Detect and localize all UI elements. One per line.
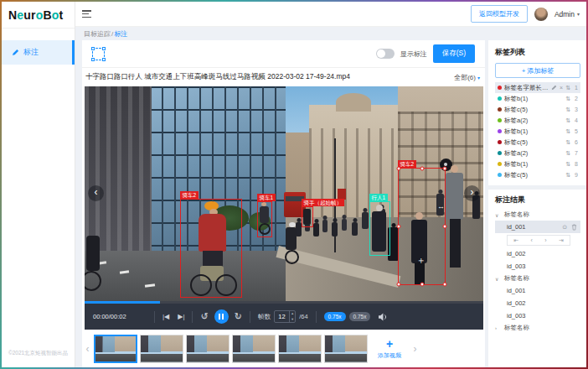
label-row[interactable]: 标签a(2) ⇅ 4 bbox=[495, 115, 580, 126]
logo-part: N bbox=[8, 8, 17, 22]
resize-handle[interactable] bbox=[420, 167, 424, 171]
prev-video-arrow[interactable]: ‹ bbox=[88, 185, 104, 201]
video-thumbnail-4[interactable] bbox=[232, 335, 276, 363]
bbox-cyclist-2[interactable]: 骑车2 bbox=[180, 199, 242, 298]
logo-part: o bbox=[36, 8, 44, 22]
bbox-label: 骑车1 bbox=[257, 194, 276, 201]
prev-page-icon[interactable]: ‹ bbox=[530, 237, 532, 243]
resize-handle[interactable] bbox=[443, 283, 447, 287]
chevron-collapsed-icon[interactable]: › bbox=[495, 325, 501, 330]
sort-icon[interactable]: ⇅ bbox=[565, 150, 570, 156]
frame-input[interactable] bbox=[275, 313, 289, 320]
back-to-model-dev-button[interactable]: 返回模型开发 bbox=[471, 5, 528, 23]
label-color-dot bbox=[498, 96, 502, 101]
video-progress-bar[interactable] bbox=[85, 301, 483, 304]
breadcrumb-parent[interactable]: 目标追踪 bbox=[84, 29, 111, 39]
sidebar-item-annotate[interactable]: 标注 bbox=[2, 40, 75, 65]
sort-icon[interactable]: ⇅ bbox=[565, 128, 570, 134]
result-item[interactable]: id_003 bbox=[495, 260, 580, 273]
sidebar: NeuroBot 标注 ©2021北京矩视智能出品 bbox=[2, 2, 75, 367]
label-row[interactable]: 标签c(5) ⇅ 3 bbox=[495, 104, 580, 115]
sort-icon[interactable]: ⇅ bbox=[565, 172, 570, 178]
bbox-rider-startframe[interactable]: 骑手（起始帧） bbox=[302, 206, 313, 227]
add-video-button[interactable]: + 添加视频 bbox=[370, 332, 409, 366]
resize-handle[interactable] bbox=[397, 225, 401, 229]
label-color-dot bbox=[498, 173, 502, 177]
label-row[interactable]: 标签名字最长数... × ⇅ 1 bbox=[495, 82, 580, 93]
pedestrian-legs bbox=[450, 219, 461, 268]
label-row[interactable]: 标签b(1) ⇅ 5 bbox=[495, 126, 580, 137]
sort-icon[interactable]: ⇅ bbox=[565, 161, 570, 167]
thumbs-scroll-left-icon[interactable]: ‹ bbox=[84, 343, 91, 355]
chevron-expand-icon[interactable]: ∨ bbox=[495, 212, 501, 218]
spinner-down-icon[interactable]: ▾ bbox=[290, 317, 295, 323]
rewind-10-button[interactable]: ↺10 bbox=[200, 311, 208, 322]
volume-icon[interactable] bbox=[378, 313, 388, 321]
draw-bbox-tool-icon[interactable] bbox=[92, 48, 105, 60]
chevron-expand-icon[interactable]: ∨ bbox=[495, 276, 501, 282]
bbox-cyclist-1[interactable]: 骑车1 bbox=[257, 201, 272, 237]
resize-handle[interactable] bbox=[443, 225, 447, 229]
label-row[interactable]: 标签b(1) ⇅ 8 bbox=[495, 159, 580, 169]
label-filter-dropdown[interactable]: 全部(6) ▾ bbox=[454, 73, 480, 82]
show-annotation-toggle[interactable] bbox=[376, 49, 395, 59]
bbox-pedestrian-1[interactable]: 行人1 bbox=[369, 201, 390, 256]
video-thumbnail-6[interactable] bbox=[324, 335, 368, 363]
thumbs-scroll-right-icon[interactable]: › bbox=[411, 343, 419, 355]
video-thumbnail-1[interactable] bbox=[94, 335, 137, 363]
next-page-icon[interactable]: › bbox=[544, 237, 546, 243]
last-page-icon[interactable]: ⇥ bbox=[559, 237, 564, 244]
bbox-cyclist-2-selected[interactable]: 骑车2 bbox=[398, 168, 446, 285]
video-thumbnail-5[interactable] bbox=[278, 335, 322, 363]
result-id: id_001 bbox=[507, 223, 526, 231]
result-item[interactable]: id_002 bbox=[495, 297, 580, 309]
delete-label-icon[interactable]: × bbox=[560, 85, 563, 91]
group-name: 标签名称 bbox=[504, 274, 529, 283]
next-frame-button[interactable]: ▶| bbox=[178, 314, 184, 320]
result-group-collapsed[interactable]: › 标签名称 bbox=[495, 322, 580, 334]
label-row[interactable]: 标签b(1) ⇅ 2 bbox=[495, 93, 580, 104]
delete-icon[interactable] bbox=[571, 224, 577, 231]
label-row[interactable]: 标签c(5) ⇅ 9 bbox=[495, 169, 580, 180]
result-id: id_003 bbox=[507, 312, 526, 320]
progress-fill bbox=[85, 301, 160, 304]
speed-pill[interactable]: 0.75x bbox=[349, 312, 371, 321]
visibility-icon[interactable]: ⊙ bbox=[562, 224, 567, 230]
sort-icon[interactable]: ⇅ bbox=[565, 85, 570, 91]
result-item[interactable]: id_001 bbox=[495, 284, 580, 297]
save-button[interactable]: 保存(S) bbox=[433, 44, 475, 63]
label-row[interactable]: 标签a(2) ⇅ 7 bbox=[495, 148, 580, 159]
label-row[interactable]: 标签c(5) ⇅ 6 bbox=[495, 137, 580, 148]
label-order: 6 bbox=[573, 139, 578, 145]
pause-button[interactable] bbox=[214, 309, 229, 324]
video-thumbnail-2[interactable] bbox=[140, 335, 183, 363]
sort-icon[interactable]: ⇅ bbox=[565, 117, 570, 123]
sort-icon[interactable]: ⇅ bbox=[565, 107, 570, 112]
video-thumbnail-3[interactable] bbox=[186, 335, 230, 363]
result-group[interactable]: ∨ 标签名称 bbox=[495, 273, 580, 284]
result-item-selected[interactable]: id_001 ⊙ bbox=[495, 221, 580, 233]
forward-10-button[interactable]: ↻10 bbox=[235, 311, 242, 322]
result-group[interactable]: ∨ 标签名称 bbox=[495, 209, 580, 221]
resize-handle[interactable] bbox=[420, 283, 424, 287]
prev-frame-button[interactable]: |◀ bbox=[162, 314, 169, 320]
collapse-menu-icon[interactable] bbox=[82, 10, 91, 18]
sort-icon[interactable]: ⇅ bbox=[565, 139, 570, 145]
sidebar-item-label: 标注 bbox=[23, 47, 39, 58]
sort-icon[interactable]: ⇅ bbox=[565, 96, 570, 101]
result-item[interactable]: id_002 bbox=[495, 247, 580, 260]
resize-handle[interactable] bbox=[397, 283, 401, 287]
next-video-arrow[interactable]: › bbox=[464, 185, 480, 201]
result-id: id_002 bbox=[507, 299, 526, 307]
first-page-icon[interactable]: ⇤ bbox=[513, 237, 518, 244]
resize-handle[interactable] bbox=[397, 167, 401, 171]
speed-pill-active[interactable]: 0.75x bbox=[324, 312, 346, 321]
label-order: 8 bbox=[573, 161, 578, 167]
edit-pencil-icon[interactable] bbox=[551, 85, 557, 91]
user-avatar[interactable] bbox=[534, 8, 548, 21]
resize-handle[interactable] bbox=[443, 167, 447, 171]
result-item[interactable]: id_003 bbox=[495, 309, 580, 322]
add-label-button[interactable]: + 添加标签 bbox=[495, 63, 580, 78]
label-order: 1 bbox=[573, 85, 578, 91]
user-menu[interactable]: Admin ▾ bbox=[554, 10, 580, 18]
